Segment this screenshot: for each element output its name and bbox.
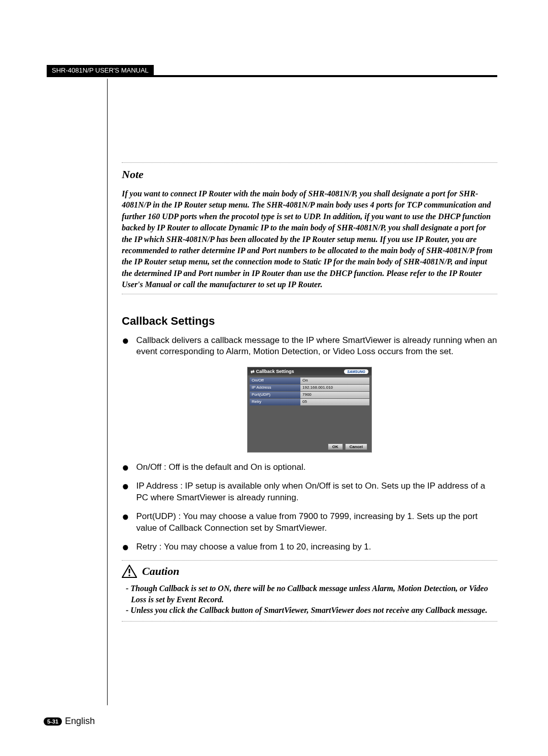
bullet-onoff: ● On/Off : Off is the default and On is … <box>122 462 497 473</box>
bullet-ip: ● IP Address : IP setup is available onl… <box>122 480 497 504</box>
note-heading: Note <box>122 168 497 181</box>
note-top-rule <box>122 162 497 163</box>
bullet-retry: ● Retry : You may choose a value from 1 … <box>122 541 497 553</box>
bullet-ip-text: IP Address : IP setup is available only … <box>136 480 498 504</box>
header-rule <box>47 75 497 77</box>
row-onoff: On/Off On <box>250 377 369 384</box>
page-footer: 5-31 English <box>44 716 95 727</box>
vertical-rule <box>107 79 108 705</box>
value-onoff[interactable]: On <box>300 377 369 384</box>
network-icon: ⇄ <box>251 369 256 374</box>
cancel-button[interactable]: Cancel <box>345 443 367 450</box>
bullet-onoff-text: On/Off : Off is the default and On is op… <box>136 462 306 473</box>
content-area: Note If you want to connect IP Router wi… <box>122 162 497 622</box>
bullet-dot-icon: ● <box>122 541 129 553</box>
row-port: Port(UDP) 7900 <box>250 392 369 398</box>
svg-point-1 <box>128 574 130 576</box>
dialog-spacer <box>250 406 369 441</box>
row-ip: IP Address 192.168.001.010 <box>250 385 369 391</box>
caution-header: Caution <box>122 565 497 578</box>
dialog-body: On/Off On IP Address 192.168.001.010 Por… <box>248 375 371 452</box>
dialog-title-text: Callback Settings <box>256 369 294 374</box>
caution-bottom-rule <box>122 621 497 622</box>
caution-title: Caution <box>142 565 179 578</box>
bullet-dot-icon: ● <box>122 511 129 534</box>
bullet-dot-icon: ● <box>122 462 129 473</box>
note-body: If you want to connect IP Router with th… <box>122 188 497 291</box>
note-bottom-rule <box>122 294 497 294</box>
bullet-retry-text: Retry : You may choose a value from 1 to… <box>136 541 371 553</box>
callback-dialog: ⇄ Callback Settings SAMSUNG On/Off On IP… <box>247 367 372 453</box>
dialog-screenshot: ⇄ Callback Settings SAMSUNG On/Off On IP… <box>122 367 497 453</box>
dialog-buttons: OK Cancel <box>250 441 369 452</box>
ok-button[interactable]: OK <box>328 443 343 450</box>
label-port: Port(UDP) <box>250 392 300 398</box>
svg-rect-0 <box>129 569 130 573</box>
caution-item-2: - Unless you click the Callback button o… <box>122 605 497 616</box>
page-language: English <box>65 716 95 727</box>
label-onoff: On/Off <box>250 377 300 384</box>
bullet-port-text: Port(UDP) : You may choose a value from … <box>136 511 498 534</box>
samsung-brand: SAMSUNG <box>344 369 368 374</box>
header-manual-title: SHR-4081N/P USER'S MANUAL <box>47 65 154 76</box>
callback-heading: Callback Settings <box>122 315 497 328</box>
row-retry: Retry 05 <box>250 399 369 405</box>
value-port[interactable]: 7900 <box>300 392 369 398</box>
caution-top-rule <box>122 560 497 561</box>
bullet-port: ● Port(UDP) : You may choose a value fro… <box>122 511 497 534</box>
callback-intro-text: Callback delivers a callback message to … <box>136 335 498 358</box>
page-number-badge: 5-31 <box>44 717 62 726</box>
value-retry[interactable]: 05 <box>300 399 369 405</box>
callback-intro: ● Callback delivers a callback message t… <box>122 335 497 358</box>
caution-triangle-icon <box>122 565 137 578</box>
label-retry: Retry <box>250 399 300 405</box>
dialog-titlebar: ⇄ Callback Settings SAMSUNG <box>248 367 371 375</box>
label-ip: IP Address <box>250 385 300 391</box>
value-ip[interactable]: 192.168.001.010 <box>300 385 369 391</box>
bullet-dot-icon: ● <box>122 480 129 504</box>
caution-list: - Though Callback is set to ON, there wi… <box>122 583 497 616</box>
caution-item-1: - Though Callback is set to ON, there wi… <box>122 583 497 605</box>
bullet-dot-icon: ● <box>122 335 129 358</box>
